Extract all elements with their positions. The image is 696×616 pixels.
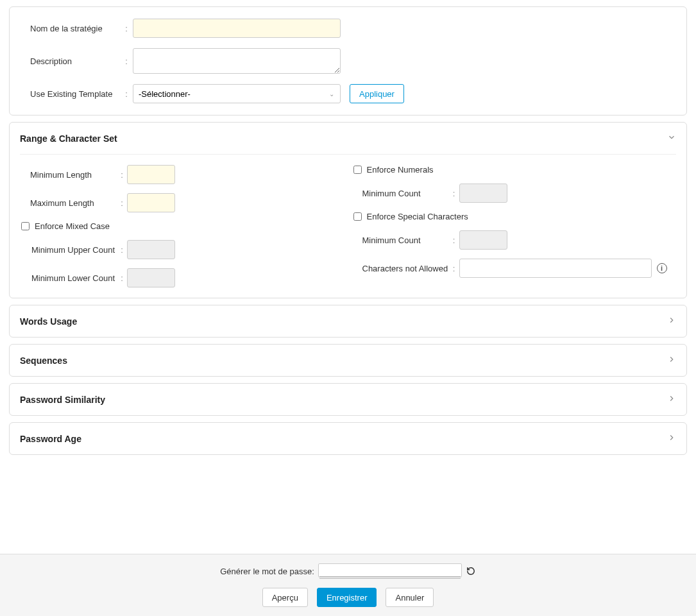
range-charset-title: Range & Character Set: [20, 133, 117, 144]
chevron-down-icon: [667, 133, 676, 144]
info-icon[interactable]: i: [657, 263, 667, 273]
words-usage-header[interactable]: Words Usage: [10, 305, 686, 337]
min-lower-input: [127, 268, 175, 287]
chars-not-allowed-label: Characters not Allowed: [362, 264, 449, 273]
template-select[interactable]: -Sélectionner-: [133, 84, 341, 103]
enforce-numerals-checkbox[interactable]: [353, 166, 362, 174]
chevron-right-icon: [667, 316, 676, 327]
num-min-count-label: Minimum Count: [362, 189, 449, 198]
sequences-title: Sequences: [20, 355, 67, 366]
max-length-label: Maximum Length: [30, 198, 117, 208]
enforce-special-checkbox[interactable]: [353, 212, 362, 221]
enforce-numerals-label: Enforce Numerals: [367, 165, 434, 175]
general-panel: Nom de la stratégie : Description : Use …: [9, 6, 687, 116]
enforce-special-label: Enforce Special Characters: [367, 212, 468, 221]
apply-button[interactable]: Appliquer: [350, 84, 404, 103]
min-lower-label: Minimum Lower Count: [30, 273, 117, 283]
password-similarity-title: Password Similarity: [20, 395, 105, 405]
min-length-input[interactable]: [127, 165, 175, 184]
sp-min-count-input: [459, 230, 507, 250]
chars-not-allowed-input[interactable]: [459, 259, 652, 278]
range-charset-header[interactable]: Range & Character Set: [10, 123, 686, 154]
min-length-label: Minimum Length: [30, 170, 117, 180]
sp-min-count-label: Minimum Count: [362, 235, 449, 245]
strategy-name-input[interactable]: [133, 19, 341, 38]
words-usage-title: Words Usage: [20, 316, 77, 327]
max-length-input[interactable]: [127, 193, 175, 212]
template-label: Use Existing Template: [30, 89, 120, 99]
description-textarea[interactable]: [133, 48, 341, 74]
password-age-panel: Password Age: [9, 422, 687, 455]
chevron-right-icon: [667, 355, 676, 366]
strategy-name-label: Nom de la stratégie: [30, 24, 120, 33]
sequences-header[interactable]: Sequences: [10, 345, 686, 376]
mixed-case-checkbox[interactable]: [21, 222, 30, 230]
password-age-title: Password Age: [20, 434, 81, 444]
description-label: Description: [30, 56, 120, 66]
min-upper-input: [127, 240, 175, 259]
chevron-right-icon: [667, 433, 676, 444]
sequences-panel: Sequences: [9, 344, 687, 377]
words-usage-panel: Words Usage: [9, 305, 687, 338]
num-min-count-input: [459, 184, 507, 203]
password-age-header[interactable]: Password Age: [10, 423, 686, 454]
chevron-right-icon: [667, 394, 676, 405]
range-charset-panel: Range & Character Set Minimum Length : M…: [9, 122, 687, 298]
min-upper-label: Minimum Upper Count: [30, 245, 117, 255]
mixed-case-label: Enforce Mixed Case: [35, 221, 110, 231]
password-similarity-panel: Password Similarity: [9, 383, 687, 416]
password-similarity-header[interactable]: Password Similarity: [10, 384, 686, 415]
